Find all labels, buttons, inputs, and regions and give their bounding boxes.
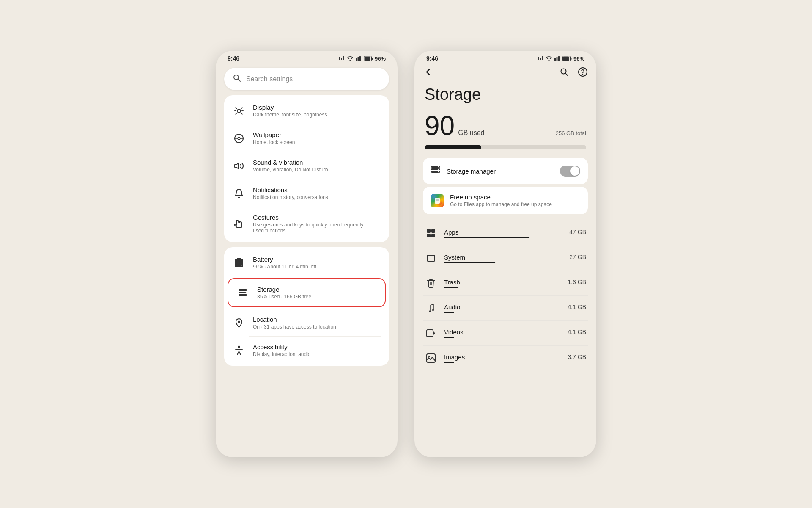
sim-icon-r xyxy=(537,55,544,61)
storage-item-trash[interactable]: Trash 1.6 GB xyxy=(423,271,588,296)
wallpaper-subtitle: Home, lock screen xyxy=(253,139,295,145)
audio-icon xyxy=(425,302,437,315)
settings-item-gestures[interactable]: Gestures Use gestures and keys to quickl… xyxy=(224,207,389,240)
svg-rect-8 xyxy=(364,56,370,61)
svg-rect-69 xyxy=(431,234,435,237)
storage-subtitle-left: 35% used · 166 GB free xyxy=(257,294,311,300)
settings-item-storage[interactable]: Storage 35% used · 166 GB free xyxy=(228,278,386,307)
trash-item-content: Trash 1.6 GB xyxy=(444,279,586,288)
wallpaper-text: Wallpaper Home, lock screen xyxy=(253,131,295,145)
system-bar xyxy=(444,262,495,263)
storage-bar-fill xyxy=(425,145,481,149)
svg-rect-1 xyxy=(341,58,342,60)
system-name: System xyxy=(444,254,569,261)
battery-icon-status xyxy=(364,56,373,61)
display-title: Display xyxy=(253,104,327,111)
help-button[interactable] xyxy=(578,67,588,80)
storage-text: Storage 35% used · 166 GB free xyxy=(257,286,311,300)
trash-icon xyxy=(425,277,437,290)
battery-subtitle: 96% · About 11 hr, 4 min left xyxy=(253,264,316,270)
settings-item-wallpaper[interactable]: Wallpaper Home, lock screen xyxy=(224,124,389,152)
system-item-content: System 27 GB xyxy=(444,254,586,263)
svg-point-33 xyxy=(246,289,247,290)
notifications-title: Notifications xyxy=(253,186,328,193)
audio-size: 4.1 GB xyxy=(568,304,586,310)
settings-item-location[interactable]: Location On · 31 apps have access to loc… xyxy=(224,309,389,337)
storage-item-images[interactable]: Images 3.7 GB xyxy=(423,346,588,370)
location-icon xyxy=(233,317,245,329)
svg-rect-3 xyxy=(356,58,357,61)
svg-rect-4 xyxy=(357,57,359,61)
settings-item-display[interactable]: Display Dark theme, font size, brightnes… xyxy=(224,97,389,124)
search-placeholder: Search settings xyxy=(246,75,293,83)
storage-manager-card[interactable]: Storage manager xyxy=(423,158,588,184)
svg-rect-78 xyxy=(427,330,433,337)
videos-name-row: Videos 4.1 GB xyxy=(444,329,586,336)
battery-title: Battery xyxy=(253,256,316,263)
location-subtitle: On · 31 apps have access to location xyxy=(253,324,336,330)
display-text: Display Dark theme, font size, brightnes… xyxy=(253,104,327,118)
svg-line-17 xyxy=(241,113,242,114)
settings-item-battery[interactable]: Battery 96% · About 11 hr, 4 min left xyxy=(224,249,389,276)
storage-item-icon xyxy=(237,287,250,299)
settings-item-notifications[interactable]: Notifications Notification history, conv… xyxy=(224,179,389,207)
svg-point-35 xyxy=(246,294,247,295)
sound-text: Sound & vibration Volume, vibration, Do … xyxy=(253,159,328,173)
toggle-knob xyxy=(570,166,579,176)
svg-rect-2 xyxy=(343,56,344,60)
storage-item-apps[interactable]: Apps 47 GB xyxy=(423,221,588,246)
svg-line-40 xyxy=(237,351,239,355)
sim-icon xyxy=(338,55,345,61)
videos-icon xyxy=(425,327,437,340)
settings-item-accessibility[interactable]: Accessibility Display, interaction, audi… xyxy=(224,337,389,364)
videos-name: Videos xyxy=(444,329,568,336)
svg-rect-29 xyxy=(236,260,242,266)
status-icons-right: 96% xyxy=(537,55,584,62)
settings-phone: 9:46 96% Search settings xyxy=(216,51,398,457)
sound-title: Sound & vibration xyxy=(253,159,328,166)
sound-subtitle: Volume, vibration, Do Not Disturb xyxy=(253,167,328,173)
storage-item-videos[interactable]: Videos 4.1 GB xyxy=(423,321,588,346)
trash-size: 1.6 GB xyxy=(568,279,586,285)
settings-card-2: Battery 96% · About 11 hr, 4 min left St… xyxy=(224,247,389,366)
svg-rect-67 xyxy=(431,229,435,233)
images-name-row: Images 3.7 GB xyxy=(444,353,586,361)
images-name: Images xyxy=(444,353,568,361)
free-space-card[interactable]: Free up space Go to Files app to manage … xyxy=(423,187,588,214)
svg-rect-44 xyxy=(542,56,543,60)
svg-point-36 xyxy=(238,320,240,323)
search-icon xyxy=(233,74,241,84)
system-name-row: System 27 GB xyxy=(444,254,586,261)
apps-icon xyxy=(425,227,437,240)
svg-rect-28 xyxy=(237,258,241,260)
storage-page-title: Storage xyxy=(423,86,588,104)
location-text: Location On · 31 apps have access to loc… xyxy=(253,316,336,330)
wifi-icon xyxy=(347,55,354,61)
svg-point-81 xyxy=(428,356,430,357)
svg-point-59 xyxy=(438,169,439,170)
notifications-subtitle: Notification history, conversations xyxy=(253,194,328,200)
storage-item-audio[interactable]: Audio 4.1 GB xyxy=(423,296,588,321)
free-space-subtitle: Go to Files app to manage and free up sp… xyxy=(450,202,552,207)
storage-list: Apps 47 GB System 27 GB xyxy=(423,221,588,370)
svg-marker-79 xyxy=(433,331,435,335)
svg-line-19 xyxy=(241,108,242,108)
search-bar[interactable]: Search settings xyxy=(224,68,389,90)
storage-manager-toggle[interactable] xyxy=(560,166,580,177)
accessibility-subtitle: Display, interaction, audio xyxy=(253,351,311,357)
svg-rect-47 xyxy=(558,56,560,61)
images-icon xyxy=(425,352,437,364)
svg-rect-49 xyxy=(570,58,571,60)
storage-content: Storage 90 GB used 256 GB total xyxy=(414,86,596,379)
battery-item-icon xyxy=(233,257,245,269)
svg-rect-50 xyxy=(563,56,569,61)
search-nav-icon[interactable] xyxy=(559,67,569,80)
storage-item-system[interactable]: System 27 GB xyxy=(423,246,588,271)
videos-item-content: Videos 4.1 GB xyxy=(444,329,586,338)
settings-item-sound[interactable]: Sound & vibration Volume, vibration, Do … xyxy=(224,152,389,179)
trash-name-row: Trash 1.6 GB xyxy=(444,279,586,286)
battery-icon-status-r xyxy=(562,56,572,61)
back-button[interactable] xyxy=(423,67,433,80)
trash-name: Trash xyxy=(444,279,568,286)
apps-name-row: Apps 47 GB xyxy=(444,229,586,236)
